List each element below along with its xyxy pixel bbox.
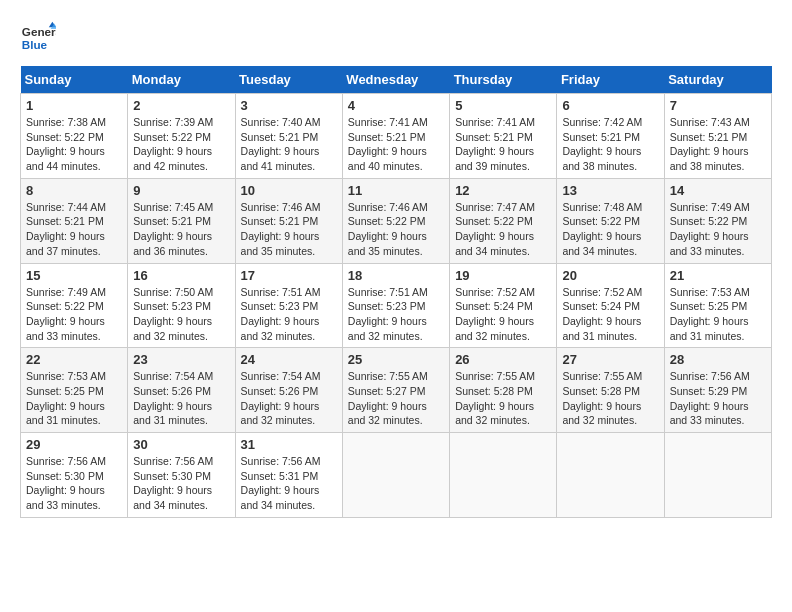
day-cell: 27Sunrise: 7:55 AMSunset: 5:28 PMDayligh… [557, 348, 664, 433]
day-info: Sunrise: 7:54 AMSunset: 5:26 PMDaylight:… [241, 369, 337, 428]
day-number: 30 [133, 437, 229, 452]
day-number: 4 [348, 98, 444, 113]
day-info: Sunrise: 7:50 AMSunset: 5:23 PMDaylight:… [133, 285, 229, 344]
day-info: Sunrise: 7:53 AMSunset: 5:25 PMDaylight:… [26, 369, 122, 428]
day-number: 10 [241, 183, 337, 198]
day-cell: 29Sunrise: 7:56 AMSunset: 5:30 PMDayligh… [21, 433, 128, 518]
day-info: Sunrise: 7:51 AMSunset: 5:23 PMDaylight:… [348, 285, 444, 344]
day-info: Sunrise: 7:40 AMSunset: 5:21 PMDaylight:… [241, 115, 337, 174]
day-info: Sunrise: 7:54 AMSunset: 5:26 PMDaylight:… [133, 369, 229, 428]
day-info: Sunrise: 7:53 AMSunset: 5:25 PMDaylight:… [670, 285, 766, 344]
header-cell-monday: Monday [128, 66, 235, 94]
day-number: 31 [241, 437, 337, 452]
day-cell: 18Sunrise: 7:51 AMSunset: 5:23 PMDayligh… [342, 263, 449, 348]
day-cell: 19Sunrise: 7:52 AMSunset: 5:24 PMDayligh… [450, 263, 557, 348]
header-cell-sunday: Sunday [21, 66, 128, 94]
page-header: General Blue [20, 20, 772, 56]
day-info: Sunrise: 7:43 AMSunset: 5:21 PMDaylight:… [670, 115, 766, 174]
day-info: Sunrise: 7:56 AMSunset: 5:30 PMDaylight:… [26, 454, 122, 513]
day-info: Sunrise: 7:38 AMSunset: 5:22 PMDaylight:… [26, 115, 122, 174]
day-info: Sunrise: 7:39 AMSunset: 5:22 PMDaylight:… [133, 115, 229, 174]
day-number: 7 [670, 98, 766, 113]
day-cell [342, 433, 449, 518]
day-info: Sunrise: 7:56 AMSunset: 5:31 PMDaylight:… [241, 454, 337, 513]
day-number: 1 [26, 98, 122, 113]
day-info: Sunrise: 7:42 AMSunset: 5:21 PMDaylight:… [562, 115, 658, 174]
day-number: 3 [241, 98, 337, 113]
week-row-1: 8Sunrise: 7:44 AMSunset: 5:21 PMDaylight… [21, 178, 772, 263]
day-cell: 31Sunrise: 7:56 AMSunset: 5:31 PMDayligh… [235, 433, 342, 518]
day-number: 15 [26, 268, 122, 283]
week-row-2: 15Sunrise: 7:49 AMSunset: 5:22 PMDayligh… [21, 263, 772, 348]
day-cell: 9Sunrise: 7:45 AMSunset: 5:21 PMDaylight… [128, 178, 235, 263]
day-cell: 16Sunrise: 7:50 AMSunset: 5:23 PMDayligh… [128, 263, 235, 348]
day-cell [557, 433, 664, 518]
logo-icon: General Blue [20, 20, 56, 56]
day-info: Sunrise: 7:56 AMSunset: 5:29 PMDaylight:… [670, 369, 766, 428]
day-info: Sunrise: 7:46 AMSunset: 5:21 PMDaylight:… [241, 200, 337, 259]
day-number: 2 [133, 98, 229, 113]
day-cell: 23Sunrise: 7:54 AMSunset: 5:26 PMDayligh… [128, 348, 235, 433]
day-cell [450, 433, 557, 518]
day-cell: 1Sunrise: 7:38 AMSunset: 5:22 PMDaylight… [21, 94, 128, 179]
day-info: Sunrise: 7:52 AMSunset: 5:24 PMDaylight:… [562, 285, 658, 344]
day-number: 23 [133, 352, 229, 367]
header-row: SundayMondayTuesdayWednesdayThursdayFrid… [21, 66, 772, 94]
day-cell: 3Sunrise: 7:40 AMSunset: 5:21 PMDaylight… [235, 94, 342, 179]
day-info: Sunrise: 7:41 AMSunset: 5:21 PMDaylight:… [455, 115, 551, 174]
day-info: Sunrise: 7:45 AMSunset: 5:21 PMDaylight:… [133, 200, 229, 259]
day-info: Sunrise: 7:46 AMSunset: 5:22 PMDaylight:… [348, 200, 444, 259]
day-cell: 2Sunrise: 7:39 AMSunset: 5:22 PMDaylight… [128, 94, 235, 179]
svg-text:Blue: Blue [22, 38, 48, 51]
day-cell: 24Sunrise: 7:54 AMSunset: 5:26 PMDayligh… [235, 348, 342, 433]
day-number: 19 [455, 268, 551, 283]
day-number: 5 [455, 98, 551, 113]
day-number: 25 [348, 352, 444, 367]
header-cell-friday: Friday [557, 66, 664, 94]
day-info: Sunrise: 7:55 AMSunset: 5:28 PMDaylight:… [455, 369, 551, 428]
day-cell: 15Sunrise: 7:49 AMSunset: 5:22 PMDayligh… [21, 263, 128, 348]
day-number: 22 [26, 352, 122, 367]
day-cell: 7Sunrise: 7:43 AMSunset: 5:21 PMDaylight… [664, 94, 771, 179]
day-cell: 13Sunrise: 7:48 AMSunset: 5:22 PMDayligh… [557, 178, 664, 263]
day-info: Sunrise: 7:55 AMSunset: 5:27 PMDaylight:… [348, 369, 444, 428]
week-row-0: 1Sunrise: 7:38 AMSunset: 5:22 PMDaylight… [21, 94, 772, 179]
day-number: 21 [670, 268, 766, 283]
day-cell: 20Sunrise: 7:52 AMSunset: 5:24 PMDayligh… [557, 263, 664, 348]
day-cell: 21Sunrise: 7:53 AMSunset: 5:25 PMDayligh… [664, 263, 771, 348]
day-info: Sunrise: 7:49 AMSunset: 5:22 PMDaylight:… [670, 200, 766, 259]
day-number: 24 [241, 352, 337, 367]
day-cell [664, 433, 771, 518]
day-cell: 17Sunrise: 7:51 AMSunset: 5:23 PMDayligh… [235, 263, 342, 348]
day-number: 27 [562, 352, 658, 367]
day-number: 11 [348, 183, 444, 198]
day-cell: 4Sunrise: 7:41 AMSunset: 5:21 PMDaylight… [342, 94, 449, 179]
header-cell-tuesday: Tuesday [235, 66, 342, 94]
day-number: 8 [26, 183, 122, 198]
day-cell: 5Sunrise: 7:41 AMSunset: 5:21 PMDaylight… [450, 94, 557, 179]
week-row-3: 22Sunrise: 7:53 AMSunset: 5:25 PMDayligh… [21, 348, 772, 433]
day-number: 13 [562, 183, 658, 198]
header-cell-saturday: Saturday [664, 66, 771, 94]
header-cell-thursday: Thursday [450, 66, 557, 94]
day-cell: 8Sunrise: 7:44 AMSunset: 5:21 PMDaylight… [21, 178, 128, 263]
day-cell: 6Sunrise: 7:42 AMSunset: 5:21 PMDaylight… [557, 94, 664, 179]
day-cell: 30Sunrise: 7:56 AMSunset: 5:30 PMDayligh… [128, 433, 235, 518]
day-info: Sunrise: 7:52 AMSunset: 5:24 PMDaylight:… [455, 285, 551, 344]
logo: General Blue [20, 20, 60, 56]
day-cell: 25Sunrise: 7:55 AMSunset: 5:27 PMDayligh… [342, 348, 449, 433]
day-info: Sunrise: 7:47 AMSunset: 5:22 PMDaylight:… [455, 200, 551, 259]
calendar-table: SundayMondayTuesdayWednesdayThursdayFrid… [20, 66, 772, 518]
day-number: 16 [133, 268, 229, 283]
day-number: 18 [348, 268, 444, 283]
day-info: Sunrise: 7:44 AMSunset: 5:21 PMDaylight:… [26, 200, 122, 259]
header-cell-wednesday: Wednesday [342, 66, 449, 94]
day-cell: 26Sunrise: 7:55 AMSunset: 5:28 PMDayligh… [450, 348, 557, 433]
day-info: Sunrise: 7:48 AMSunset: 5:22 PMDaylight:… [562, 200, 658, 259]
day-number: 17 [241, 268, 337, 283]
day-number: 29 [26, 437, 122, 452]
day-cell: 14Sunrise: 7:49 AMSunset: 5:22 PMDayligh… [664, 178, 771, 263]
day-info: Sunrise: 7:49 AMSunset: 5:22 PMDaylight:… [26, 285, 122, 344]
day-info: Sunrise: 7:55 AMSunset: 5:28 PMDaylight:… [562, 369, 658, 428]
day-cell: 28Sunrise: 7:56 AMSunset: 5:29 PMDayligh… [664, 348, 771, 433]
